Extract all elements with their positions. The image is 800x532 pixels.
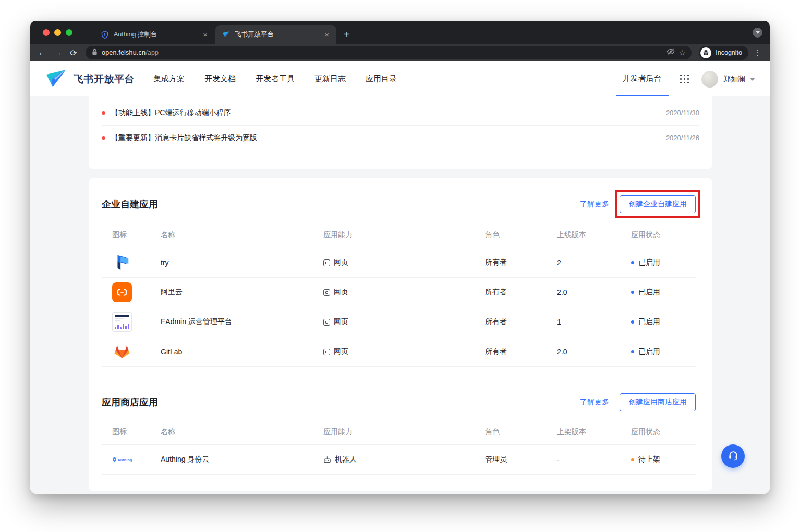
status-dot-enabled [631,261,634,264]
nav-item-tools[interactable]: 开发者工具 [256,74,295,84]
web-page: 飞书开放平台 集成方案 开发文档 开发者工具 更新日志 应用目录 开发者后台 郑… [30,61,770,494]
minimize-window-button[interactable] [54,29,61,36]
col-icon: 图标 [112,427,161,437]
browser-menu-button[interactable]: ⋮ [750,48,765,57]
app-name: Authing 身份云 [161,455,323,464]
reload-button[interactable]: ⟳ [67,46,80,59]
app-status: 待上架 [631,455,696,464]
learn-more-link[interactable]: 了解更多 [580,200,609,209]
table-row-authing[interactable]: Authing Authing 身份云 机器人 管理员 - 待上架 [102,445,696,475]
notification-item[interactable]: 【功能上线】PC端运行移动端小程序 2020/11/30 [102,101,699,125]
web-page-icon [323,319,330,326]
create-store-app-button[interactable]: 创建应用商店应用 [620,393,696,411]
forward-button[interactable]: → [51,46,65,59]
status-dot-enabled [631,291,634,294]
col-ability: 应用能力 [323,427,485,437]
col-status: 应用状态 [631,230,696,240]
incognito-badge: Incognito [699,46,748,60]
browser-tab-feishu[interactable]: 飞书开放平台 × [215,25,336,44]
app-name: 阿里云 [161,288,323,297]
gitlab-app-icon [112,342,132,362]
close-tab-icon[interactable]: × [322,30,331,39]
notification-item[interactable]: 【重要更新】消息卡片缺省样式将升级为宽版 2020/11/26 [102,126,699,150]
table-row-gitlab[interactable]: GitLab 网页 所有者 2.0 已启用 [102,337,696,367]
notification-date: 2020/11/26 [666,134,699,142]
col-ability: 应用能力 [323,230,485,240]
brand-name: 飞书开放平台 [74,72,135,86]
red-dot-icon [102,136,105,140]
eye-off-icon[interactable] [666,48,675,57]
avatar[interactable] [701,71,718,88]
robot-icon [323,456,331,464]
notifications-card: 【功能上线】PC端运行移动端小程序 2020/11/30 【重要更新】消息卡片缺… [89,96,712,169]
header-right: 开发者后台 郑如澜 [616,61,756,96]
tab-title: 飞书开放平台 [235,30,322,39]
tab-title: Authing 控制台 [114,30,201,39]
app-status: 已启用 [631,317,696,327]
lock-icon [92,48,98,57]
app-name: try [161,258,323,267]
learn-more-link[interactable]: 了解更多 [580,398,609,407]
app-version: 2 [557,258,631,267]
app-status: 已启用 [631,288,696,297]
feishu-logo-icon [45,68,68,90]
app-role: 所有者 [485,288,557,297]
section-title: 企业自建应用 [102,198,158,211]
tab-search-button[interactable] [753,28,762,38]
app-status: 已启用 [631,347,696,356]
col-version: 上线版本 [557,230,631,240]
table-header-row: 图标 名称 应用能力 角色 上线版本 应用状态 [102,222,696,248]
table-header-row: 图标 名称 应用能力 角色 上架版本 应用状态 [102,419,696,445]
incognito-label: Incognito [716,49,742,56]
nav-item-changelog[interactable]: 更新日志 [314,74,346,84]
bookmark-star-icon[interactable]: ☆ [679,48,686,57]
eadmin-app-icon [112,312,132,332]
browser-toolbar: ← → ⟳ open.feishu.cn/app ☆ Incognito ⋮ [30,44,770,61]
app-ability: 机器人 [323,455,485,464]
status-dot-enabled [631,350,634,353]
browser-tab-authing[interactable]: Authing 控制台 × [94,27,215,42]
back-button[interactable]: ← [35,46,49,59]
app-version: 2.0 [557,348,631,356]
maximize-window-button[interactable] [66,29,72,36]
app-role: 所有者 [485,258,557,267]
nav-item-docs[interactable]: 开发文档 [204,74,236,84]
table-row-eadmin[interactable]: EAdmin 运营管理平台 网页 所有者 1 已启用 [102,307,696,337]
col-version: 上架版本 [557,427,631,437]
app-version: 1 [557,318,631,326]
app-grid-icon[interactable] [680,75,689,84]
notification-text: 【功能上线】PC端运行移动端小程序 [111,108,231,118]
apps-card: 企业自建应用 了解更多 创建企业自建应用 图标 名称 应用能力 角色 上线版本 … [89,178,712,491]
incognito-icon [700,47,711,58]
notification-text: 【重要更新】消息卡片缺省样式将升级为宽版 [111,133,257,143]
col-role: 角色 [485,427,557,437]
browser-tab-strip: Authing 控制台 × 飞书开放平台 × + [30,21,770,44]
try-app-icon [112,253,132,273]
new-tab-button[interactable]: + [344,29,350,40]
brand[interactable]: 飞书开放平台 [45,68,135,90]
app-role: 所有者 [485,317,557,327]
create-self-built-app-button[interactable]: 创建企业自建应用 [620,195,696,213]
address-bar[interactable]: open.feishu.cn/app ☆ [86,46,692,59]
window-controls [43,29,72,36]
status-dot-pending [631,458,634,461]
table-row-aliyun[interactable]: 阿里云 网页 所有者 2.0 已启用 [102,278,696,307]
help-support-button[interactable] [721,444,745,468]
chevron-down-icon[interactable] [750,78,755,81]
app-ability: 网页 [323,288,485,297]
store-section-header: 应用商店应用 了解更多 创建应用商店应用 [102,394,696,411]
nav-item-app-directory[interactable]: 应用目录 [366,74,397,84]
app-version: - [557,455,631,464]
app-name: GitLab [161,348,323,356]
app-ability: 网页 [323,317,485,327]
tab-developer-console[interactable]: 开发者后台 [616,61,669,96]
app-name: EAdmin 运营管理平台 [161,317,323,327]
close-tab-icon[interactable]: × [201,30,210,39]
shield-icon [101,30,109,39]
red-dot-icon [102,111,105,115]
close-window-button[interactable] [43,29,50,36]
nav-item-integration[interactable]: 集成方案 [153,74,185,84]
notification-date: 2020/11/30 [666,109,699,117]
table-row-try[interactable]: try 网页 所有者 2 已启用 [102,248,696,278]
authing-wordmark: Authing [118,458,132,462]
